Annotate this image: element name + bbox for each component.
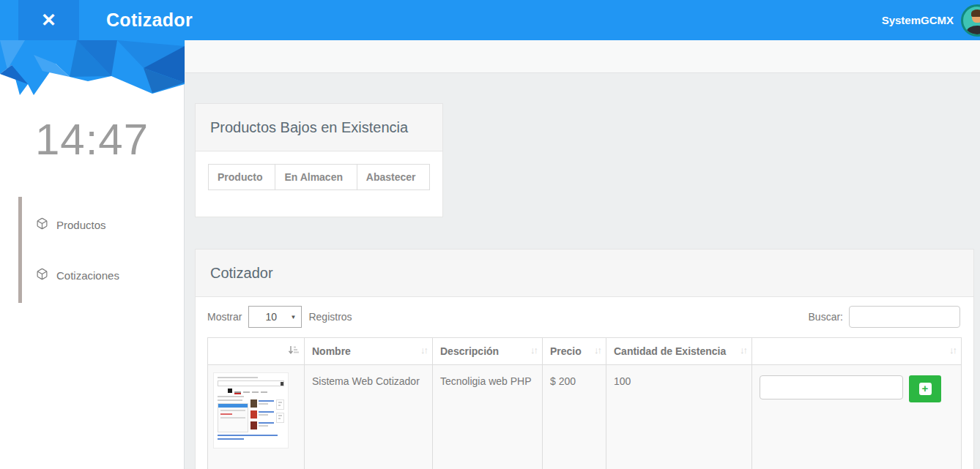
add-to-quote-button[interactable]: + bbox=[909, 375, 941, 402]
sidebar: 14:47 Productos Cotizaciones bbox=[0, 40, 185, 469]
cell-product-image bbox=[208, 365, 305, 469]
cell-cantidad: 100 bbox=[606, 365, 752, 469]
sort-both-icon: ↓↑ bbox=[740, 345, 746, 356]
header-user-area: SystemGCMX bbox=[882, 4, 980, 37]
sidebar-clock: 14:47 bbox=[0, 114, 184, 165]
cell-descripcion: Tecnoligia web PHP bbox=[433, 365, 543, 469]
sort-amount-asc-icon bbox=[288, 345, 299, 357]
sidebar-menu: Productos Cotizaciones bbox=[18, 197, 184, 303]
main-area: Productos Bajos en Existencia Producto E… bbox=[185, 40, 980, 469]
sort-both-icon: ↓↑ bbox=[420, 345, 427, 356]
col-header-image[interactable] bbox=[208, 338, 305, 365]
sidebar-item-label: Cotizaciones bbox=[56, 269, 119, 282]
low-stock-col-abastecer: Abastecer bbox=[357, 165, 429, 190]
cube-icon bbox=[36, 217, 48, 232]
sidebar-polygon-art bbox=[0, 40, 185, 95]
col-header-cantidad[interactable]: Cantidad de Existencia ↓↑ bbox=[606, 338, 752, 365]
quantity-input[interactable] bbox=[760, 375, 903, 399]
close-icon[interactable]: ✕ bbox=[18, 0, 79, 40]
show-label: Mostrar bbox=[207, 311, 242, 323]
records-label: Registros bbox=[308, 311, 352, 323]
user-avatar[interactable] bbox=[961, 4, 980, 37]
sidebar-item-label: Productos bbox=[56, 219, 106, 231]
col-header-agregar[interactable]: ↓↑ bbox=[752, 338, 962, 365]
low-stock-col-almacen: En Almacen bbox=[275, 165, 357, 190]
low-stock-card: Productos Bajos en Existencia Producto E… bbox=[195, 103, 443, 217]
sidebar-item-productos[interactable]: Productos bbox=[22, 206, 184, 244]
table-controls: Mostrar 10 ▼ Registros Buscar: bbox=[207, 306, 962, 328]
app-header: ✕ Cotizador SystemGCMX bbox=[0, 0, 980, 40]
sub-header-strip bbox=[185, 40, 980, 73]
sidebar-item-cotizaciones[interactable]: Cotizaciones bbox=[22, 256, 184, 294]
col-header-descripcion[interactable]: Descripción ↓↑ bbox=[433, 338, 543, 365]
sort-both-icon: ↓↑ bbox=[530, 345, 537, 356]
table-header-row: Nombre ↓↑ Descripción ↓↑ Precio ↓↑ bbox=[208, 338, 962, 365]
col-header-precio[interactable]: Precio ↓↑ bbox=[543, 338, 606, 365]
quoter-card-title: Cotizador bbox=[210, 263, 959, 282]
username-label: SystemGCMX bbox=[882, 14, 954, 26]
quoter-card: Cotizador Mostrar 10 ▼ Registros Buscar: bbox=[195, 249, 974, 469]
cell-nombre: Sistema Web Cotizador bbox=[305, 365, 433, 469]
low-stock-col-producto: Producto bbox=[209, 165, 275, 190]
table-row: Sistema Web Cotizador Tecnoligia web PHP… bbox=[208, 365, 962, 469]
low-stock-table: Producto En Almacen Abastecer bbox=[208, 164, 430, 190]
low-stock-card-header: Productos Bajos en Existencia bbox=[196, 104, 442, 151]
sort-both-icon: ↓↑ bbox=[949, 345, 956, 356]
plus-icon: + bbox=[919, 383, 932, 395]
search-input[interactable] bbox=[849, 306, 960, 328]
cell-agregar: + bbox=[752, 365, 962, 469]
cell-precio: $ 200 bbox=[543, 365, 606, 469]
product-thumbnail bbox=[213, 372, 289, 449]
quoter-card-header: Cotizador bbox=[196, 249, 973, 297]
low-stock-card-title: Productos Bajos en Existencia bbox=[210, 118, 428, 137]
page-title: Cotizador bbox=[106, 0, 193, 40]
page-size-select[interactable]: 10 bbox=[248, 306, 302, 328]
search-label: Buscar: bbox=[809, 311, 843, 323]
col-header-nombre[interactable]: Nombre ↓↑ bbox=[305, 338, 433, 365]
cube-icon bbox=[36, 268, 48, 282]
sort-both-icon: ↓↑ bbox=[594, 345, 601, 356]
quoter-table: Nombre ↓↑ Descripción ↓↑ Precio ↓↑ bbox=[207, 337, 962, 469]
